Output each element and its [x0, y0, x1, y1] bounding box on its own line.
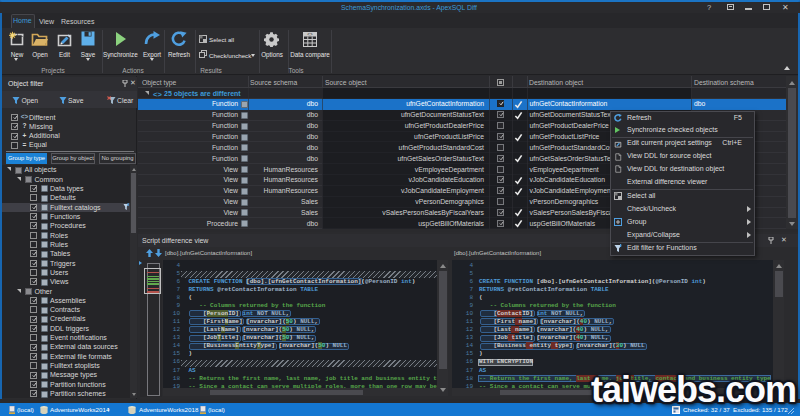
- svg-text:<>: <>: [307, 32, 313, 37]
